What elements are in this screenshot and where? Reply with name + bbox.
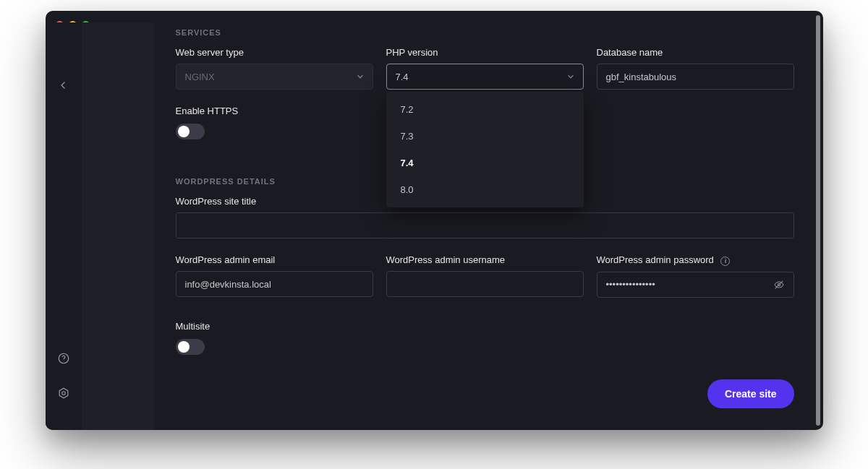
secondary-sidebar: [82, 22, 154, 430]
settings-gear-icon[interactable]: [57, 387, 70, 400]
help-icon[interactable]: [57, 352, 70, 365]
password-help-icon[interactable]: i: [720, 257, 730, 266]
database-name-input[interactable]: gbf_kinstabulous: [597, 64, 794, 90]
multisite-toggle[interactable]: [176, 339, 205, 355]
services-header: SERVICES: [176, 28, 794, 37]
database-name-value: gbf_kinstabulous: [606, 72, 677, 82]
admin-email-value: info@devkinsta.local: [185, 279, 271, 290]
admin-password-label: WordPress admin password i: [597, 254, 794, 266]
eye-off-icon[interactable]: [773, 279, 785, 291]
web-server-label: Web server type: [176, 47, 373, 58]
admin-username-label: WordPress admin username: [386, 254, 584, 265]
back-arrow-icon[interactable]: [57, 79, 70, 92]
chevron-down-icon: [357, 73, 364, 80]
multisite-label: Multisite: [176, 321, 794, 332]
php-option-selected[interactable]: 7.4: [386, 150, 584, 176]
php-option[interactable]: 8.0: [386, 176, 584, 203]
app-window: SERVICES Web server type NGINX PHP versi…: [46, 11, 823, 430]
chevron-down-icon: [567, 73, 574, 80]
database-name-label: Database name: [597, 47, 794, 58]
left-nav: [46, 22, 82, 430]
php-option[interactable]: 7.2: [386, 96, 584, 123]
php-version-select[interactable]: 7.4: [386, 64, 584, 90]
mac-titlebar: [46, 11, 823, 22]
create-site-button[interactable]: Create site: [707, 379, 794, 408]
web-server-value: NGINX: [185, 72, 215, 82]
enable-https-toggle[interactable]: [176, 124, 205, 139]
admin-email-input[interactable]: info@devkinsta.local: [176, 271, 373, 297]
php-version-value: 7.4: [396, 72, 409, 82]
admin-username-input[interactable]: [386, 271, 584, 297]
admin-password-masked: •••••••••••••••: [606, 279, 655, 290]
web-server-select[interactable]: NGINX: [176, 64, 373, 90]
svg-point-2: [61, 392, 65, 395]
php-version-dropdown: 7.2 7.3 7.4 8.0: [386, 92, 584, 207]
site-title-input[interactable]: [176, 212, 794, 238]
php-option[interactable]: 7.3: [386, 123, 584, 150]
php-version-label: PHP version: [386, 47, 584, 58]
admin-password-input[interactable]: •••••••••••••••: [597, 272, 794, 298]
admin-email-label: WordPress admin email: [176, 254, 373, 265]
form-content: SERVICES Web server type NGINX PHP versi…: [154, 22, 823, 430]
svg-point-1: [63, 361, 64, 361]
scrollbar-icon[interactable]: [816, 22, 820, 426]
body-area: SERVICES Web server type NGINX PHP versi…: [46, 22, 823, 430]
